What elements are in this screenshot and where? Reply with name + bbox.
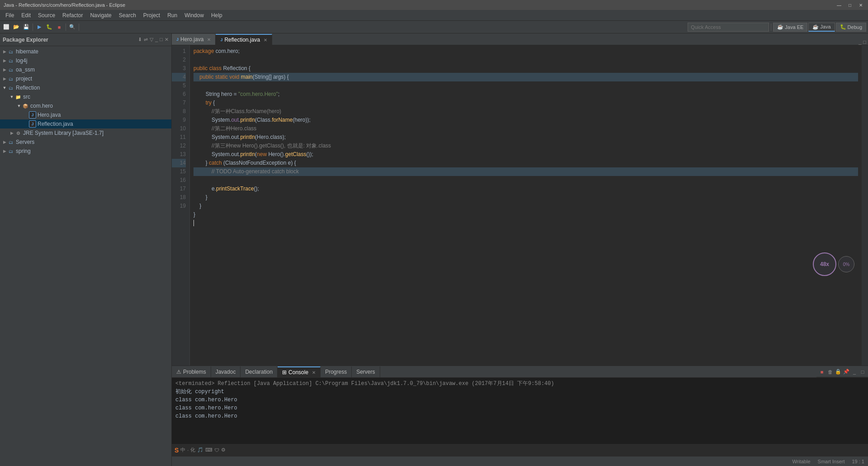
link-editor-icon[interactable]: ⇌ <box>144 37 148 43</box>
menu-window[interactable]: Window <box>181 11 208 19</box>
tab-servers[interactable]: Servers <box>352 366 380 377</box>
project-icon-oassm: 🗂 <box>7 66 14 73</box>
tree-item-comhero[interactable]: ▼ 📦 com.hero <box>0 101 171 110</box>
console-pin-btn[interactable]: 📌 <box>843 368 850 376</box>
tab-label-declaration: Declaration <box>245 369 273 375</box>
tab-declaration[interactable]: Declaration <box>241 366 278 377</box>
perspective-java[interactable]: ☕ Java <box>808 23 835 32</box>
editor-tabs: J Hero.java ✕ J Reflection.java ✕ _ □ <box>172 33 868 45</box>
tab-javadoc[interactable]: Javadoc <box>211 366 241 377</box>
tab-label-javadoc: Javadoc <box>216 369 236 375</box>
console-minimize-btn[interactable]: _ <box>851 368 858 376</box>
tree-item-jre[interactable]: ▶ ⚙ JRE System Library [JavaSE-1.7] <box>0 128 171 138</box>
tab-console[interactable]: ⊞ Console ✕ <box>278 366 321 377</box>
console-tab-close[interactable]: ✕ <box>312 370 316 375</box>
right-gutter <box>862 45 868 366</box>
tree-item-reflectionjava[interactable]: ▶ J Reflection.java <box>0 119 171 128</box>
editor-content-area: 1 2 3 4 5 6 7 8 9 10 11 12 13 14 15 16 1 <box>172 45 868 366</box>
close-button[interactable]: ✕ <box>857 1 864 9</box>
tab-close-hero[interactable]: ✕ <box>207 37 211 42</box>
close-view-icon[interactable]: ✕ <box>165 37 169 43</box>
tab-progress[interactable]: Progress <box>321 366 352 377</box>
console-line-2: class com.hero.Hero <box>175 396 864 404</box>
quick-access-input[interactable] <box>688 23 769 32</box>
menu-search[interactable]: Search <box>115 11 140 19</box>
project-icon-log4j: 🗂 <box>7 57 14 64</box>
console-stop-btn[interactable]: ■ <box>818 368 826 376</box>
input-method-icon-7: ⚙ <box>221 447 226 453</box>
menu-help[interactable]: Help <box>208 11 226 19</box>
console-output[interactable]: <terminated> Reflection [Java Applicatio… <box>172 378 868 443</box>
input-method-icon-2: · <box>187 447 189 453</box>
tree-label-project: project <box>16 76 32 82</box>
menu-edit[interactable]: Edit <box>18 11 34 19</box>
menu-project[interactable]: Project <box>140 11 164 19</box>
maximize-button[interactable]: □ <box>846 1 854 9</box>
package-explorer-icons: ⬇ ⇌ ▽ _ □ ✕ <box>138 37 169 43</box>
tab-reflectionjava[interactable]: J Reflection.java ✕ <box>216 34 272 45</box>
tab-icon-hero: J <box>176 37 179 42</box>
tree-item-hibernate[interactable]: ▶ 🗂 hibernate <box>0 47 171 56</box>
toolbar-search[interactable]: 🔍 <box>68 23 77 32</box>
toolbar-stop[interactable]: ■ <box>55 23 64 32</box>
minimize-button[interactable]: — <box>835 1 843 9</box>
menu-source[interactable]: Source <box>34 11 59 19</box>
tab-problems[interactable]: ⚠ Problems <box>172 366 211 377</box>
input-method-icon-1: 中 <box>180 447 185 453</box>
menu-refactor[interactable]: Refactor <box>59 11 86 19</box>
tree-item-log4j[interactable]: ▶ 🗂 log4j <box>0 56 171 65</box>
sougou-icon: S <box>175 447 179 454</box>
tree-item-reflection[interactable]: ▼ 🗂 Reflection <box>0 83 171 92</box>
tree-label-reflection: Reflection <box>16 85 40 91</box>
status-writable: Writable <box>792 459 810 464</box>
toolbar-save[interactable]: 💾 <box>22 23 31 32</box>
menu-file[interactable]: File <box>2 11 18 19</box>
project-icon-servers: 🗂 <box>7 138 14 146</box>
toolbar-run[interactable]: ▶ <box>35 23 44 32</box>
perspective-javaee[interactable]: ☕ Java EE <box>773 23 807 32</box>
menu-run[interactable]: Run <box>164 11 181 19</box>
project-icon-reflection: 🗂 <box>7 84 14 91</box>
tree-item-herojava[interactable]: ▶ J Hero.java <box>0 110 171 119</box>
tab-close-reflection[interactable]: ✕ <box>264 38 267 43</box>
project-icon-project: 🗂 <box>7 75 14 82</box>
project-icon-hibernate: 🗂 <box>7 48 14 55</box>
view-menu-icon[interactable]: ▽ <box>150 37 153 43</box>
tree-item-servers[interactable]: ▶ 🗂 Servers <box>0 138 171 147</box>
toolbar-open[interactable]: 📂 <box>12 23 21 32</box>
code-content[interactable]: package com.hero; public class Reflectio… <box>190 45 862 366</box>
package-icon-comhero: 📦 <box>22 102 29 109</box>
title-bar: Java - Reflection/src/com/hero/Reflectio… <box>0 0 868 10</box>
toolbar-sep-2 <box>66 24 66 31</box>
tab-herojava[interactable]: J Hero.java ✕ <box>172 34 216 45</box>
console-maximize-btn[interactable]: □ <box>859 368 866 376</box>
status-insert-mode: Smart Insert <box>818 459 845 464</box>
console-scroll-lock-btn[interactable]: 🔒 <box>835 368 842 376</box>
menu-bar: File Edit Source Refactor Navigate Searc… <box>0 10 868 21</box>
input-bar: S 中 · 化 🎵 ⌨ 🛡 ⚙ <box>172 443 868 456</box>
menu-navigate[interactable]: Navigate <box>86 11 115 19</box>
tree-label-comhero: com.hero <box>30 103 53 109</box>
console-clear-btn[interactable]: 🗑 <box>826 368 834 376</box>
tree-item-src[interactable]: ▼ 📁 src <box>0 92 171 101</box>
tab-label-servers-bottom: Servers <box>356 369 375 375</box>
tree-item-project[interactable]: ▶ 🗂 project <box>0 74 171 83</box>
minimize-view-icon[interactable]: _ <box>155 37 158 43</box>
bottom-toolbar: ■ 🗑 🔒 📌 _ □ <box>816 366 868 377</box>
console-icon: ⊞ <box>282 369 287 376</box>
jre-icon: ⚙ <box>14 129 22 137</box>
editor-maximize-icon[interactable]: □ <box>863 39 866 45</box>
tree-item-spring[interactable]: ▶ 🗂 spring <box>0 147 171 156</box>
perspective-debug[interactable]: 🐛 Debug <box>836 23 866 32</box>
tree-item-oassm[interactable]: ▶ 🗂 oa_ssm <box>0 65 171 74</box>
toolbar-debug[interactable]: 🐛 <box>45 23 54 32</box>
tab-label-progress: Progress <box>325 369 347 375</box>
maximize-view-icon[interactable]: □ <box>160 37 163 43</box>
editor-minimize-icon[interactable]: _ <box>859 39 861 45</box>
collapse-all-icon[interactable]: ⬇ <box>138 37 142 43</box>
tree-arrow-jre: ▶ <box>9 131 14 135</box>
tab-label-console: Console <box>288 369 308 376</box>
toolbar-new[interactable]: ⬜ <box>2 23 11 32</box>
tree-arrow-hibernate: ▶ <box>2 49 7 54</box>
scroll-indicator-group: 48x 0% <box>813 252 854 276</box>
